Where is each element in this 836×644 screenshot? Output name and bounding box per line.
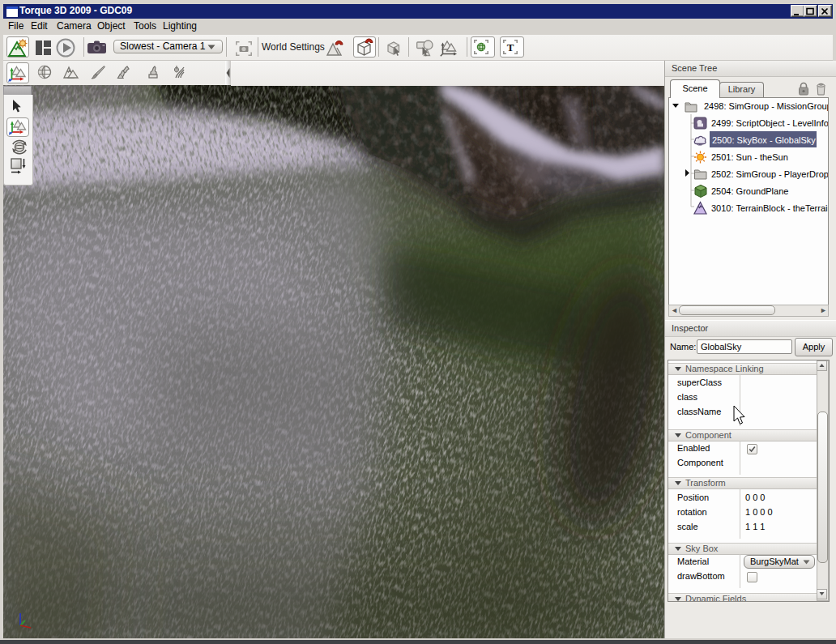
svg-text:T: T: [507, 41, 514, 53]
